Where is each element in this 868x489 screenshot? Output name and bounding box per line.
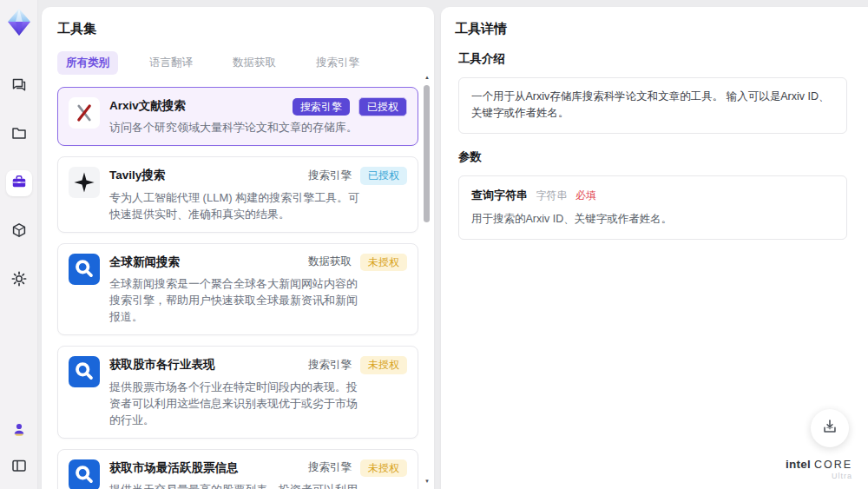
tool-name: 获取市场最活跃股票信息	[109, 459, 239, 476]
scroll-down-icon[interactable]: ▼	[424, 479, 430, 484]
search-magnifier-icon	[69, 356, 100, 387]
brand-core: core	[814, 459, 852, 471]
brand-sub: Ultra	[786, 472, 852, 480]
cube-icon	[10, 221, 28, 242]
app-logo-icon	[4, 7, 34, 38]
tool-auth-badge: 已授权	[360, 167, 407, 184]
tool-detail-panel: 工具详情 工具介绍 一个用于从Arxiv存储库搜索科学论文和文章的工具。 输入可…	[441, 7, 868, 489]
tool-auth-badge: 未授权	[360, 459, 407, 477]
sidebar-item-settings[interactable]	[6, 268, 32, 294]
category-tab[interactable]: 所有类别	[57, 51, 118, 75]
tool-name: 全球新闻搜索	[109, 254, 180, 270]
sidebar-item-files[interactable]	[6, 122, 32, 148]
tool-name: Arxiv文献搜索	[109, 97, 186, 114]
tool-list-panel: 工具集 所有类别语言翻译数据获取搜索引擎 Arxiv文献搜索 搜索引擎 已授权 …	[42, 7, 434, 489]
tool-card[interactable]: Tavily搜索 搜索引擎 已授权 专为人工智能代理 (LLM) 构建的搜索引擎…	[57, 156, 418, 232]
sidebar-item-packages[interactable]	[6, 219, 32, 245]
param-header: 查询字符串 字符串 必填	[471, 187, 834, 204]
download-icon	[820, 417, 839, 439]
tool-category: 搜索引擎	[308, 169, 352, 183]
search-magnifier-icon	[69, 254, 100, 285]
tool-name: 获取股市各行业表现	[109, 356, 215, 373]
intro-box: 一个用于从Arxiv存储库搜索科学论文和文章的工具。 输入可以是Arxiv ID…	[458, 77, 847, 134]
search-magnifier-icon	[69, 459, 100, 489]
sidebar-item-collapse[interactable]	[6, 454, 32, 480]
tool-description: 提供当天交易量最高的股票列表，投资者可以利用这些信息来识别流动性强的股票和潜在的…	[109, 481, 363, 489]
category-tab[interactable]: 搜索引擎	[307, 51, 368, 75]
param-description: 用于搜索的Arxiv ID、关键字或作者姓名。	[471, 211, 834, 228]
params-heading: 参数	[458, 149, 847, 165]
category-tab[interactable]: 数据获取	[224, 51, 285, 75]
page-title: 工具集	[57, 21, 418, 37]
tool-description: 提供股票市场各个行业在特定时间段内的表现。投资者可以利用这些信息来识别表现优于或…	[109, 379, 363, 428]
category-tab[interactable]: 语言翻译	[141, 51, 201, 75]
tool-card[interactable]: 获取股市各行业表现 搜索引擎 未授权 提供股票市场各个行业在特定时间段内的表现。…	[57, 346, 418, 438]
tool-card[interactable]: 获取市场最活跃股票信息 搜索引擎 未授权 提供当天交易量最高的股票列表，投资者可…	[57, 449, 418, 489]
param-name: 查询字符串	[471, 188, 528, 202]
sparkle-star-icon	[69, 167, 100, 198]
tool-card[interactable]: Arxiv文献搜索 搜索引擎 已授权 访问各个研究领域大量科学论文和文章的存储库…	[57, 87, 418, 146]
tool-description: 专为人工智能代理 (LLM) 构建的搜索引擎工具。可快速提供实时、准确和真实的结…	[109, 189, 363, 222]
tool-card[interactable]: 全球新闻搜索 数据获取 未授权 全球新闻搜索是一个聚合全球各大新闻网站内容的搜索…	[57, 243, 418, 335]
scroll-up-icon[interactable]: ▲	[424, 75, 430, 80]
sidebar-item-chat[interactable]	[6, 73, 32, 99]
folder-icon	[10, 124, 28, 145]
param-required-badge: 必填	[575, 189, 596, 202]
detail-title: 工具详情	[455, 21, 851, 37]
tool-category: 搜索引擎	[293, 98, 350, 116]
chat-icon	[10, 76, 28, 96]
tool-category: 搜索引擎	[308, 460, 352, 475]
tool-auth-badge: 未授权	[360, 356, 407, 373]
left-sidebar	[0, 0, 38, 489]
tool-category: 数据获取	[308, 254, 352, 269]
brand-intel: intel	[786, 458, 811, 471]
intel-core-logo: intelcore Ultra	[786, 458, 852, 480]
intro-heading: 工具介绍	[458, 51, 847, 67]
tool-description: 访问各个研究领域大量科学论文和文章的存储库。	[109, 119, 363, 135]
sidebar-item-tools[interactable]	[6, 170, 32, 196]
tool-category: 搜索引擎	[308, 358, 352, 373]
intro-text: 一个用于从Arxiv存储库搜索科学论文和文章的工具。 输入可以是Arxiv ID…	[471, 90, 830, 119]
arxiv-logo-icon	[69, 97, 100, 129]
tool-auth-badge: 未授权	[360, 254, 407, 271]
download-button[interactable]	[811, 409, 849, 447]
tool-name: Tavily搜索	[109, 167, 165, 183]
scrollbar-thumb[interactable]	[424, 85, 430, 222]
avatar-icon	[10, 420, 28, 441]
sidebar-item-profile[interactable]	[6, 418, 32, 444]
category-tabs: 所有类别语言翻译数据获取搜索引擎	[57, 51, 418, 75]
tool-card-list: Arxiv文献搜索 搜索引擎 已授权 访问各个研究领域大量科学论文和文章的存储库…	[57, 87, 418, 489]
tool-description: 全球新闻搜索是一个聚合全球各大新闻网站内容的搜索引擎，帮助用户快速获取全球最新资…	[109, 275, 363, 325]
toolbox-icon	[10, 173, 28, 194]
param-box: 查询字符串 字符串 必填 用于搜索的Arxiv ID、关键字或作者姓名。	[458, 175, 847, 240]
param-type: 字符串	[536, 189, 567, 202]
panel-toggle-icon	[10, 457, 28, 478]
tool-auth-badge: 已授权	[358, 97, 407, 116]
list-scrollbar[interactable]: ▲ ▼	[422, 75, 432, 484]
sidebar-nav	[6, 73, 32, 294]
gear-icon	[10, 270, 28, 291]
